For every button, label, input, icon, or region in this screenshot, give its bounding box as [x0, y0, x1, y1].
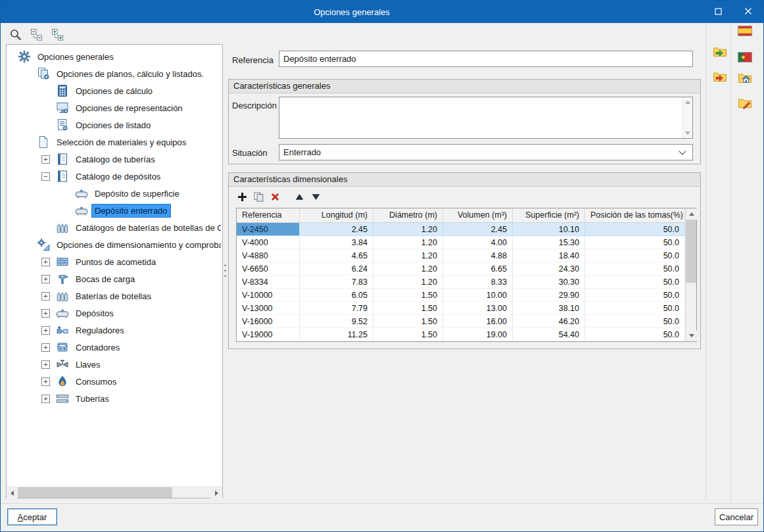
table-cell[interactable]: 54.40 [513, 328, 585, 341]
tree-item[interactable]: −Catálogo de depósitos [7, 168, 222, 185]
tree-item[interactable]: Selección de materiales y equipos [7, 133, 222, 151]
table-cell[interactable]: 38.10 [513, 302, 585, 315]
collapse-all-icon[interactable] [28, 26, 44, 42]
table-cell[interactable]: V-13000 [237, 302, 300, 315]
scrollbar-track[interactable] [686, 220, 696, 330]
spain-flag-icon[interactable] [736, 26, 753, 36]
add-row-icon[interactable] [235, 190, 249, 203]
table-cell[interactable]: 2.45 [300, 223, 373, 236]
column-header[interactable]: Longitud (m) [300, 208, 373, 222]
portugal-flag-icon[interactable] [736, 52, 753, 62]
column-header[interactable]: Posición de las tomas(%) [585, 208, 685, 222]
table-cell[interactable]: 10.10 [513, 223, 585, 236]
tree-item[interactable]: +Catálogo de tuberías [7, 151, 222, 168]
table-cell[interactable]: 1.50 [373, 328, 443, 341]
table-cell[interactable]: V-16000 [237, 315, 300, 328]
table-row[interactable]: V-40003.841.204.0015.3050.0 [237, 236, 685, 249]
folder-import-icon[interactable] [711, 44, 728, 59]
expand-plus-icon[interactable]: + [41, 395, 50, 403]
expand-plus-icon[interactable]: + [41, 292, 50, 301]
table-cell[interactable]: 30.30 [513, 276, 585, 289]
table-cell[interactable]: 13.00 [443, 302, 513, 315]
table-row[interactable]: V-1900011.251.5019.0054.4050.0 [237, 328, 685, 341]
table-cell[interactable]: 4.00 [443, 236, 513, 249]
tree-item[interactable]: Opciones de dimensionamiento y comprobac… [7, 236, 222, 253]
table-cell[interactable]: 1.20 [373, 223, 443, 236]
table-cell[interactable]: 29.90 [513, 289, 585, 302]
expand-plus-icon[interactable]: + [41, 360, 50, 369]
tree-item[interactable]: +Consumos [7, 373, 222, 390]
table-cell[interactable]: V-8334 [237, 276, 300, 289]
expand-all-icon[interactable] [49, 26, 65, 42]
titlebar[interactable]: Opciones generales [1, 1, 763, 23]
table-cell[interactable]: 6.05 [300, 289, 373, 302]
close-button[interactable] [733, 1, 763, 23]
table-cell[interactable]: 50.0 [585, 249, 685, 262]
table-row[interactable]: V-48804.651.204.8818.4050.0 [237, 249, 685, 262]
column-header[interactable]: Referencia [237, 208, 300, 222]
table-cell[interactable]: 1.20 [373, 236, 443, 249]
expand-plus-icon[interactable]: + [41, 326, 50, 335]
table-vertical-scrollbar[interactable] [685, 208, 696, 341]
tree-horizontal-scrollbar[interactable] [7, 487, 222, 498]
column-header[interactable]: Superficie (m²) [513, 208, 585, 222]
table-cell[interactable]: 9.52 [300, 315, 373, 328]
expand-plus-icon[interactable]: + [41, 377, 50, 386]
table-cell[interactable]: 50.0 [585, 289, 685, 302]
accept-button[interactable]: Aceptar [7, 508, 57, 525]
table-cell[interactable]: 6.24 [300, 262, 373, 276]
tree-item[interactable]: Opciones de listado [7, 116, 222, 133]
table-row[interactable]: V-24502.451.202.4510.1050.0 [237, 223, 685, 236]
table-cell[interactable]: 50.0 [585, 328, 685, 341]
table-row[interactable]: V-130007.791.5013.0038.1050.0 [237, 302, 685, 315]
referencia-input[interactable] [279, 51, 693, 67]
column-header[interactable]: Volumen (m³) [443, 208, 513, 222]
tree-item[interactable]: +Puntos de acometida [7, 253, 222, 270]
maximize-button[interactable] [703, 1, 733, 23]
expand-plus-icon[interactable]: + [41, 343, 50, 352]
tree-item[interactable]: Depósito enterrado [7, 202, 222, 219]
table-cell[interactable]: 50.0 [585, 223, 685, 236]
folder-edit-icon[interactable] [736, 95, 753, 110]
expand-plus-icon[interactable]: + [41, 275, 50, 283]
tree-item[interactable]: +Llaves [7, 356, 222, 373]
tree-item[interactable]: +Tuberías [7, 390, 222, 407]
scroll-right-button[interactable] [211, 487, 222, 498]
table-cell[interactable]: V-19000 [237, 328, 300, 341]
scrollbar-thumb[interactable] [686, 220, 696, 283]
tree-item[interactable]: Opciones de representación [7, 99, 222, 116]
copy-row-icon[interactable] [252, 190, 265, 203]
collapse-minus-icon[interactable]: − [41, 172, 50, 181]
cancel-button[interactable]: Cancelar [715, 508, 758, 525]
table-cell[interactable]: 1.20 [373, 276, 443, 289]
table-row[interactable]: V-160009.521.5016.0046.2050.0 [237, 315, 685, 328]
tree-item[interactable]: Opciones generales [7, 48, 222, 65]
table-row[interactable]: V-83347.831.208.3330.3050.0 [237, 276, 685, 289]
table-row[interactable]: V-66506.241.206.6524.3050.0 [237, 262, 685, 276]
table-cell[interactable]: 50.0 [585, 236, 685, 249]
table-cell[interactable]: 4.65 [300, 249, 373, 262]
scroll-down-button[interactable] [686, 330, 697, 341]
expand-plus-icon[interactable]: + [41, 258, 50, 266]
table-cell[interactable]: 46.20 [513, 315, 585, 328]
move-down-icon[interactable] [309, 190, 322, 203]
table-cell[interactable]: 24.30 [513, 262, 585, 276]
tree-item[interactable]: Depósito de superficie [7, 185, 222, 202]
tree-item[interactable]: +Bocas de carga [7, 270, 222, 287]
panel-splitter[interactable] [224, 262, 227, 281]
table-cell[interactable]: 10.00 [443, 289, 513, 302]
scroll-up-button[interactable] [686, 208, 697, 220]
table-cell[interactable]: 1.20 [373, 262, 443, 276]
tree-item[interactable]: +Contadores [7, 339, 222, 356]
expand-plus-icon[interactable]: + [41, 309, 50, 318]
tree-item[interactable]: Opciones de planos, cálculo y listados. [7, 65, 222, 82]
tree-item[interactable]: Catálogos de baterías de botellas de GLP [7, 219, 222, 236]
table-cell[interactable]: 4.88 [443, 249, 513, 262]
descripcion-textarea[interactable] [279, 97, 693, 139]
table-cell[interactable]: 50.0 [585, 302, 685, 315]
textarea-scrollbar[interactable] [682, 97, 692, 138]
situacion-select[interactable]: Enterrado [279, 144, 693, 160]
table-cell[interactable]: 19.00 [443, 328, 513, 341]
table-cell[interactable]: 18.40 [513, 249, 585, 262]
table-cell[interactable]: 6.65 [443, 262, 513, 276]
